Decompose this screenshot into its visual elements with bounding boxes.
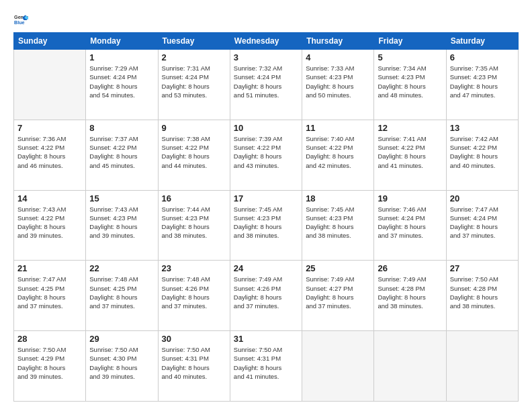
weekday-header-saturday: Saturday: [446, 33, 518, 50]
day-info: Sunrise: 7:48 AM Sunset: 4:26 PM Dayligh…: [162, 275, 226, 310]
calendar-table: SundayMondayTuesdayWednesdayThursdayFrid…: [13, 32, 519, 402]
day-info: Sunrise: 7:38 AM Sunset: 4:22 PM Dayligh…: [162, 134, 226, 170]
day-info: Sunrise: 7:35 AM Sunset: 4:23 PM Dayligh…: [450, 64, 515, 99]
calendar-cell: 31Sunrise: 7:50 AM Sunset: 4:31 PM Dayli…: [230, 331, 302, 402]
day-number: 2: [162, 52, 226, 62]
day-info: Sunrise: 7:36 AM Sunset: 4:22 PM Dayligh…: [17, 134, 82, 170]
calendar-week-row: 21Sunrise: 7:47 AM Sunset: 4:25 PM Dayli…: [14, 261, 519, 331]
day-number: 25: [306, 263, 370, 273]
calendar-cell: 4Sunrise: 7:33 AM Sunset: 4:23 PM Daylig…: [302, 50, 374, 120]
calendar-cell: 2Sunrise: 7:31 AM Sunset: 4:24 PM Daylig…: [158, 50, 230, 120]
day-number: 14: [17, 193, 82, 203]
calendar-cell: 21Sunrise: 7:47 AM Sunset: 4:25 PM Dayli…: [14, 261, 86, 331]
day-info: Sunrise: 7:48 AM Sunset: 4:25 PM Dayligh…: [89, 275, 154, 310]
day-number: 31: [234, 334, 298, 344]
calendar-cell: 26Sunrise: 7:49 AM Sunset: 4:28 PM Dayli…: [374, 261, 446, 331]
day-info: Sunrise: 7:40 AM Sunset: 4:22 PM Dayligh…: [306, 134, 370, 170]
header: General Blue: [13, 12, 519, 27]
day-info: Sunrise: 7:49 AM Sunset: 4:28 PM Dayligh…: [378, 275, 442, 310]
calendar-cell: 24Sunrise: 7:49 AM Sunset: 4:26 PM Dayli…: [230, 261, 302, 331]
calendar-week-row: 14Sunrise: 7:43 AM Sunset: 4:22 PM Dayli…: [14, 190, 519, 261]
calendar-cell: 29Sunrise: 7:50 AM Sunset: 4:30 PM Dayli…: [86, 331, 158, 402]
day-info: Sunrise: 7:43 AM Sunset: 4:23 PM Dayligh…: [89, 205, 154, 240]
day-info: Sunrise: 7:39 AM Sunset: 4:22 PM Dayligh…: [234, 134, 298, 170]
day-number: 13: [450, 123, 515, 133]
calendar-cell: 8Sunrise: 7:37 AM Sunset: 4:22 PM Daylig…: [86, 120, 158, 190]
day-info: Sunrise: 7:50 AM Sunset: 4:31 PM Dayligh…: [162, 345, 226, 381]
day-number: 1: [89, 52, 154, 62]
day-info: Sunrise: 7:34 AM Sunset: 4:23 PM Dayligh…: [378, 64, 442, 99]
weekday-header-sunday: Sunday: [14, 33, 86, 50]
calendar-week-row: 28Sunrise: 7:50 AM Sunset: 4:29 PM Dayli…: [14, 331, 519, 402]
day-info: Sunrise: 7:47 AM Sunset: 4:25 PM Dayligh…: [17, 275, 82, 310]
calendar-cell: 22Sunrise: 7:48 AM Sunset: 4:25 PM Dayli…: [86, 261, 158, 331]
day-number: 10: [234, 123, 298, 133]
calendar-cell: [302, 331, 374, 402]
calendar-cell: 15Sunrise: 7:43 AM Sunset: 4:23 PM Dayli…: [86, 190, 158, 261]
day-number: 23: [162, 263, 226, 273]
calendar-cell: 25Sunrise: 7:49 AM Sunset: 4:27 PM Dayli…: [302, 261, 374, 331]
day-number: 8: [89, 123, 154, 133]
calendar-header: SundayMondayTuesdayWednesdayThursdayFrid…: [14, 33, 519, 50]
calendar-cell: [446, 331, 518, 402]
day-number: 22: [89, 263, 154, 273]
day-number: 29: [89, 334, 154, 344]
weekday-header-wednesday: Wednesday: [230, 33, 302, 50]
day-info: Sunrise: 7:50 AM Sunset: 4:29 PM Dayligh…: [17, 345, 82, 381]
calendar-cell: 7Sunrise: 7:36 AM Sunset: 4:22 PM Daylig…: [14, 120, 86, 190]
day-number: 30: [162, 334, 226, 344]
day-number: 12: [378, 123, 442, 133]
day-number: 9: [162, 123, 226, 133]
weekday-header-thursday: Thursday: [302, 33, 374, 50]
calendar-cell: 28Sunrise: 7:50 AM Sunset: 4:29 PM Dayli…: [14, 331, 86, 402]
weekday-header-monday: Monday: [86, 33, 158, 50]
calendar-cell: 3Sunrise: 7:32 AM Sunset: 4:24 PM Daylig…: [230, 50, 302, 120]
calendar-cell: 13Sunrise: 7:42 AM Sunset: 4:22 PM Dayli…: [446, 120, 518, 190]
day-info: Sunrise: 7:37 AM Sunset: 4:22 PM Dayligh…: [89, 134, 154, 170]
logo-icon: General Blue: [13, 12, 28, 27]
svg-text:Blue: Blue: [14, 20, 25, 26]
day-number: 15: [89, 193, 154, 203]
day-number: 5: [378, 52, 442, 62]
logo: General Blue: [13, 12, 30, 27]
day-number: 19: [378, 193, 442, 203]
calendar-cell: 17Sunrise: 7:45 AM Sunset: 4:23 PM Dayli…: [230, 190, 302, 261]
calendar-cell: 14Sunrise: 7:43 AM Sunset: 4:22 PM Dayli…: [14, 190, 86, 261]
day-number: 21: [17, 263, 82, 273]
calendar-cell: 27Sunrise: 7:50 AM Sunset: 4:28 PM Dayli…: [446, 261, 518, 331]
calendar-cell: 20Sunrise: 7:47 AM Sunset: 4:24 PM Dayli…: [446, 190, 518, 261]
calendar-cell: 6Sunrise: 7:35 AM Sunset: 4:23 PM Daylig…: [446, 50, 518, 120]
calendar-cell: 10Sunrise: 7:39 AM Sunset: 4:22 PM Dayli…: [230, 120, 302, 190]
calendar-page: General Blue SundayMondayTuesdayWednesda…: [0, 0, 532, 411]
day-number: 26: [378, 263, 442, 273]
weekday-header-row: SundayMondayTuesdayWednesdayThursdayFrid…: [14, 33, 519, 50]
calendar-cell: 1Sunrise: 7:29 AM Sunset: 4:24 PM Daylig…: [86, 50, 158, 120]
day-number: 7: [17, 123, 82, 133]
day-info: Sunrise: 7:46 AM Sunset: 4:24 PM Dayligh…: [378, 205, 442, 240]
day-info: Sunrise: 7:50 AM Sunset: 4:31 PM Dayligh…: [234, 345, 298, 381]
day-number: 6: [450, 52, 515, 62]
calendar-cell: 19Sunrise: 7:46 AM Sunset: 4:24 PM Dayli…: [374, 190, 446, 261]
calendar-cell: [374, 331, 446, 402]
day-number: 17: [234, 193, 298, 203]
day-info: Sunrise: 7:42 AM Sunset: 4:22 PM Dayligh…: [450, 134, 515, 170]
day-number: 3: [234, 52, 298, 62]
day-number: 4: [306, 52, 370, 62]
day-number: 11: [306, 123, 370, 133]
calendar-cell: 23Sunrise: 7:48 AM Sunset: 4:26 PM Dayli…: [158, 261, 230, 331]
day-info: Sunrise: 7:49 AM Sunset: 4:26 PM Dayligh…: [234, 275, 298, 310]
calendar-cell: 16Sunrise: 7:44 AM Sunset: 4:23 PM Dayli…: [158, 190, 230, 261]
calendar-cell: 18Sunrise: 7:45 AM Sunset: 4:23 PM Dayli…: [302, 190, 374, 261]
calendar-cell: 12Sunrise: 7:41 AM Sunset: 4:22 PM Dayli…: [374, 120, 446, 190]
day-info: Sunrise: 7:31 AM Sunset: 4:24 PM Dayligh…: [162, 64, 226, 99]
calendar-week-row: 7Sunrise: 7:36 AM Sunset: 4:22 PM Daylig…: [14, 120, 519, 190]
day-info: Sunrise: 7:43 AM Sunset: 4:22 PM Dayligh…: [17, 205, 82, 240]
calendar-cell: 9Sunrise: 7:38 AM Sunset: 4:22 PM Daylig…: [158, 120, 230, 190]
day-info: Sunrise: 7:32 AM Sunset: 4:24 PM Dayligh…: [234, 64, 298, 99]
day-number: 20: [450, 193, 515, 203]
day-number: 27: [450, 263, 515, 273]
weekday-header-friday: Friday: [374, 33, 446, 50]
day-info: Sunrise: 7:41 AM Sunset: 4:22 PM Dayligh…: [378, 134, 442, 170]
calendar-cell: 5Sunrise: 7:34 AM Sunset: 4:23 PM Daylig…: [374, 50, 446, 120]
day-number: 16: [162, 193, 226, 203]
